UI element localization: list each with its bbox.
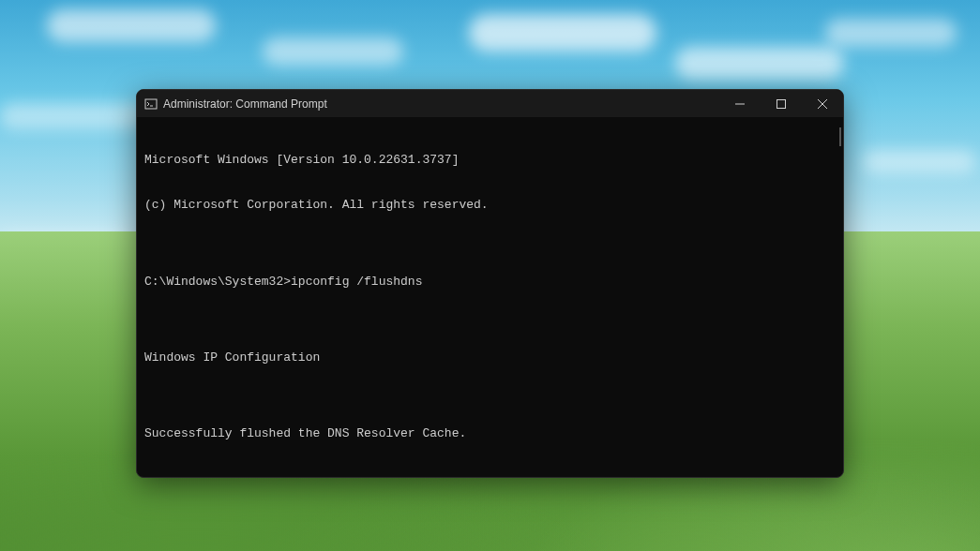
window-title: Administrator: Command Prompt: [163, 97, 327, 111]
maximize-button[interactable]: [761, 90, 802, 117]
command-prompt-window: Administrator: Command Prompt Micro: [136, 89, 844, 478]
minimize-button[interactable]: [719, 90, 761, 117]
cloud-decoration: [469, 14, 656, 52]
cloud-decoration: [675, 47, 844, 80]
cmd-icon: [144, 97, 158, 111]
cloud-decoration: [47, 9, 216, 42]
terminal-line: (c) Microsoft Corporation. All rights re…: [144, 198, 836, 213]
cloud-decoration: [863, 150, 975, 173]
terminal-output-header: Windows IP Configuration: [144, 350, 836, 365]
scrollbar-thumb[interactable]: [839, 127, 841, 146]
window-controls: [719, 90, 843, 117]
terminal-command-line: C:\Windows\System32>ipconfig /flushdns: [144, 275, 836, 290]
terminal-output-area[interactable]: Microsoft Windows [Version 10.0.22631.37…: [137, 118, 843, 477]
title-bar[interactable]: Administrator: Command Prompt: [137, 90, 843, 118]
svg-rect-3: [777, 99, 786, 108]
cloud-decoration: [263, 37, 403, 66]
terminal-output-result: Successfully flushed the DNS Resolver Ca…: [144, 426, 836, 441]
title-bar-left: Administrator: Command Prompt: [144, 97, 327, 111]
cloud-decoration: [825, 19, 957, 47]
svg-rect-0: [145, 99, 157, 109]
cloud-decoration: [0, 103, 150, 129]
terminal-line: Microsoft Windows [Version 10.0.22631.37…: [144, 153, 836, 168]
close-button[interactable]: [802, 90, 843, 117]
